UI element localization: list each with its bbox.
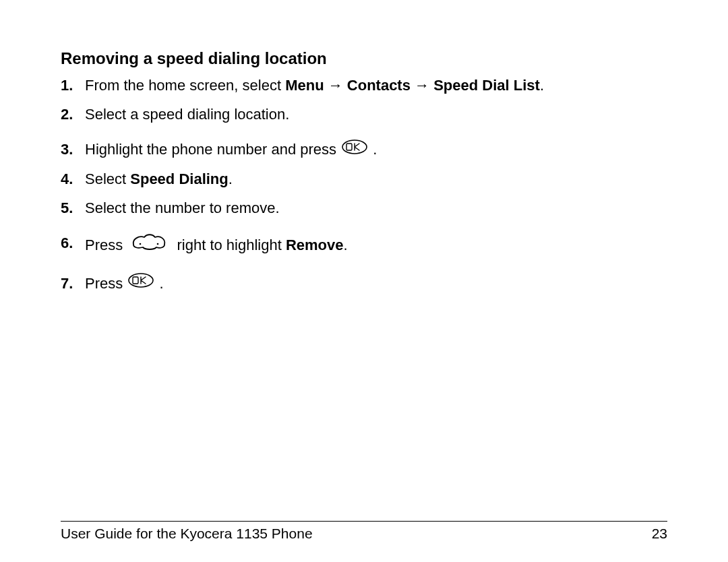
step-number: 1. <box>61 76 73 96</box>
step-bold-speed-dialing: Speed Dialing <box>130 170 228 187</box>
ok-button-icon <box>128 273 154 293</box>
svg-rect-1 <box>346 144 352 150</box>
step-text: Press <box>85 275 127 292</box>
step-text: Select the number to remove. <box>85 199 280 216</box>
page-footer: User Guide for the Kyocera 1135 Phone 23 <box>61 521 667 542</box>
step-number: 5. <box>61 199 73 218</box>
step-text: . <box>155 275 163 292</box>
step-text: . <box>229 170 233 187</box>
step-text: . <box>344 237 348 253</box>
step-bold-menu: Menu <box>285 77 324 94</box>
footer-title: User Guide for the Kyocera 1135 Phone <box>61 526 313 542</box>
step-bold-contacts: Contacts <box>347 77 411 94</box>
step-text: . <box>540 77 544 94</box>
step-text: Press <box>85 237 127 253</box>
nav-key-icon <box>129 232 167 257</box>
step-5: 5. Select the number to remove. <box>61 199 667 218</box>
step-4: 4. Select Speed Dialing. <box>61 170 667 189</box>
step-7: 7. Press . <box>61 274 667 294</box>
step-6: 6. Press right to highlight Remove. <box>61 234 667 258</box>
step-text: From the home screen, select <box>85 77 285 94</box>
step-number: 7. <box>61 274 73 294</box>
step-number: 4. <box>61 170 73 189</box>
step-text: Select <box>85 170 130 187</box>
arrow-icon: → <box>324 77 347 94</box>
step-number: 6. <box>61 234 73 253</box>
footer-page-number: 23 <box>652 526 667 542</box>
step-text: right to highlight <box>173 237 286 253</box>
step-3: 3. Highlight the phone number and press … <box>61 140 667 160</box>
svg-point-2 <box>140 243 142 245</box>
step-1: 1. From the home screen, select Menu → C… <box>61 76 667 96</box>
step-text: . <box>369 141 377 158</box>
svg-rect-5 <box>133 277 138 284</box>
step-text: Highlight the phone number and press <box>85 141 340 158</box>
ok-button-icon <box>342 139 367 160</box>
section-heading: Removing a speed dialing location <box>61 49 667 68</box>
step-text: Select a speed dialing location. <box>85 106 289 123</box>
svg-point-3 <box>157 243 159 245</box>
arrow-icon: → <box>411 77 433 94</box>
step-2: 2. Select a speed dialing location. <box>61 105 667 125</box>
step-number: 3. <box>61 140 73 160</box>
steps-list: 1. From the home screen, select Menu → C… <box>61 76 667 294</box>
step-bold-remove: Remove <box>286 237 344 253</box>
step-bold-speed-dial-list: Speed Dial List <box>433 77 540 94</box>
step-number: 2. <box>61 105 73 125</box>
